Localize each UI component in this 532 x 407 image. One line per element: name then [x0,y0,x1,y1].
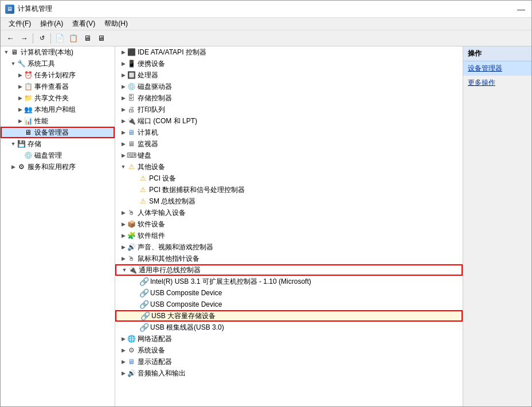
mid-item-usb-comp2[interactable]: 🔗 USB Composite Device [115,299,463,310]
left-item-system[interactable]: 🔧 系统工具 [1,58,115,69]
expand-users [17,106,24,113]
usb-comp1-icon: 🔗 [139,288,148,298]
left-item-task[interactable]: ⏰ 任务计划程序 [1,69,115,81]
left-item-share[interactable]: 📁 共享文件夹 [1,92,115,104]
mid-item-com[interactable]: 🔌 端口 (COM 和 LPT) [115,115,463,127]
expand-hid [120,209,127,216]
mid-label-portable: 便携设备 [138,59,165,69]
left-item-services[interactable]: ⚙ 服务和应用程序 [1,161,115,173]
menu-help[interactable]: 帮助(H) [101,18,131,29]
toolbar-btn-doc1[interactable]: 📄 [53,32,66,45]
left-item-disk[interactable]: 💿 磁盘管理 [1,150,115,161]
hdd-icon: 💿 [127,82,136,91]
toolbar-separator-2 [50,33,51,44]
menu-action[interactable]: 操作(A) [37,18,66,29]
mid-item-computer[interactable]: 🖥 计算机 [115,127,463,138]
left-item-users[interactable]: 👥 本地用户和组 [1,104,115,115]
toolbar-btn-doc2[interactable]: 📋 [67,32,80,45]
menu-view[interactable]: 查看(V) [69,18,99,29]
system-dev-icon: ⚙ [127,346,136,355]
expand-computer-node [120,129,127,136]
mid-item-sm[interactable]: ⚠ SM 总线控制器 [115,195,463,207]
mid-item-intel-usb[interactable]: 🔗 Intel(R) USB 3.1 可扩展主机控制器 - 1.10 (Micr… [115,276,463,287]
mid-item-display[interactable]: 🖥 显示适配器 [115,356,463,367]
back-button[interactable]: ← [4,32,17,45]
mid-item-network[interactable]: 🌐 网络适配器 [115,333,463,345]
left-label-services: 服务和应用程序 [28,162,76,172]
toolbar-btn-monitor1[interactable]: 🖥 [81,32,93,45]
mid-label-usb-comp1: USB Composite Device [150,289,222,297]
mid-item-usb-mass[interactable]: 🔗 USB 大容量存储设备 [115,310,463,322]
forward-button[interactable]: → [18,32,30,45]
mid-item-hdd[interactable]: 💿 磁盘驱动器 [115,81,463,92]
left-label-computer: 计算机管理(本地) [21,48,73,57]
left-label-system: 系统工具 [28,59,55,69]
mid-label-print: 打印队列 [138,105,165,115]
mid-item-portable[interactable]: 📱 便携设备 [115,58,463,69]
mid-item-hid[interactable]: 🖱 人体学输入设备 [115,207,463,218]
hid-icon: 🖱 [127,208,136,217]
right-panel-item-more[interactable]: 更多操作 [463,76,531,90]
pci1-icon: ⚠ [138,174,147,183]
mid-item-system-dev[interactable]: ⚙ 系统设备 [115,345,463,356]
mid-item-swcomp[interactable]: 🧩 软件组件 [115,230,463,241]
computer-node-icon: 🖥 [127,128,136,137]
mid-item-storage-ctrl[interactable]: 🗄 存储控制器 [115,92,463,104]
mid-label-hid: 人体学输入设备 [138,208,186,218]
left-item-storage[interactable]: 💾 存储 [1,138,115,150]
mid-item-audio[interactable]: 🔊 音频输入和输出 [115,367,463,379]
portable-icon: 📱 [127,59,136,68]
expand-display [120,358,127,365]
toolbar-btn-monitor2[interactable]: 🖥 [95,32,107,45]
menu-file[interactable]: 文件(F) [5,18,34,29]
users-icon: 👥 [24,105,33,114]
mid-item-hwdev[interactable]: 📦 软件设备 [115,218,463,230]
left-item-event[interactable]: 📋 事件查看器 [1,81,115,92]
cpu-icon: 🔲 [127,71,136,80]
left-item-perf[interactable]: 📊 性能 [1,115,115,127]
mid-label-keyboard: 键盘 [138,151,151,161]
expand-hwdev [120,221,127,228]
expand-audio [120,370,127,377]
monitor-icon: 🖥 [127,139,136,148]
mid-item-usb-comp1[interactable]: 🔗 USB Composite Device [115,287,463,299]
intel-usb-icon: 🔗 [139,277,148,286]
mid-item-other[interactable]: ⚠ 其他设备 [115,161,463,173]
audio-icon: 🔊 [127,369,136,378]
left-item-computer[interactable]: 🖥 计算机管理(本地) [1,46,115,58]
task-icon: ⏰ [24,71,33,80]
mid-item-cpu[interactable]: 🔲 处理器 [115,69,463,81]
refresh-button[interactable]: ↺ [36,32,48,45]
mid-label-mouse: 鼠标和其他指针设备 [138,254,200,264]
storage-icon: 💾 [17,139,26,148]
mid-item-pci2[interactable]: ⚠ PCI 数据捕获和信号处理控制器 [115,184,463,195]
minimize-button[interactable]: — [515,3,527,15]
sound-icon: 🔊 [127,242,136,252]
title-bar-left: 🖥 计算机管理 [5,4,52,14]
usb-hub-icon: 🔗 [139,323,148,332]
left-item-devmgr[interactable]: 🖥 设备管理器 [1,127,115,138]
expand-hdd [120,83,127,90]
mid-item-usb-hub[interactable]: 🔗 USB 根集线器(USB 3.0) [115,322,463,333]
mid-item-usb-ctrl[interactable]: 🔌 通用串行总线控制器 [115,264,463,276]
usb-comp2-icon: 🔗 [139,300,148,309]
right-panel-item-devmgr[interactable]: 设备管理器 [463,61,531,76]
content-area: 🖥 计算机管理(本地) 🔧 系统工具 ⏰ 任务计划程序 📋 事件查看器 [1,46,531,406]
mid-label-cpu: 处理器 [138,71,158,80]
other-icon: ⚠ [127,162,136,171]
mid-label-storage-ctrl: 存储控制器 [138,93,172,103]
expand-storage-ctrl [120,95,127,101]
mid-item-monitor[interactable]: 🖥 监视器 [115,138,463,150]
expand-keyboard [120,152,127,159]
mid-item-pci1[interactable]: ⚠ PCI 设备 [115,173,463,184]
mouse-icon: 🖱 [127,254,136,263]
right-panel: 操作 设备管理器 更多操作 [463,46,531,406]
mid-item-sound[interactable]: 🔊 声音、视频和游戏控制器 [115,241,463,253]
mid-item-mouse[interactable]: 🖱 鼠标和其他指针设备 [115,253,463,264]
expand-print [120,106,127,113]
mid-label-intel-usb: Intel(R) USB 3.1 可扩展主机控制器 - 1.10 (Micros… [150,277,311,287]
mid-item-ide[interactable]: ⬛ IDE ATA/ATAPI 控制器 [115,46,463,58]
mid-item-print[interactable]: 🖨 打印队列 [115,104,463,115]
system-icon: 🔧 [17,59,26,68]
mid-item-keyboard[interactable]: ⌨ 键盘 [115,150,463,161]
